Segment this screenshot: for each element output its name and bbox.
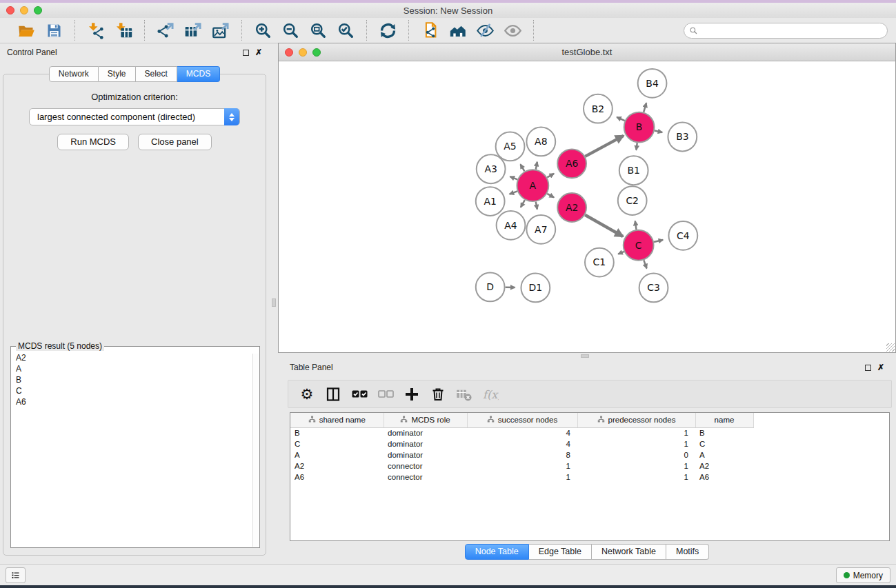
- export-table-icon[interactable]: [179, 20, 207, 41]
- result-item[interactable]: A2: [16, 352, 259, 363]
- tab-network[interactable]: Network: [49, 66, 99, 82]
- edge-C-C2[interactable]: [635, 221, 637, 230]
- table-row[interactable]: Cdominator41C: [290, 438, 753, 449]
- float-panel-icon[interactable]: [243, 50, 249, 56]
- table-row[interactable]: A6connector11A6: [290, 472, 753, 483]
- node-A[interactable]: A: [517, 170, 548, 201]
- tab-edge-table[interactable]: Edge Table: [529, 544, 592, 560]
- table-cell[interactable]: A2: [290, 460, 384, 472]
- node-A6[interactable]: A6: [557, 149, 586, 178]
- node-C1[interactable]: C1: [585, 248, 614, 277]
- result-item[interactable]: C: [16, 385, 259, 396]
- zoom-in-icon[interactable]: [249, 20, 277, 41]
- table-cell[interactable]: dominator: [384, 438, 467, 449]
- tab-select[interactable]: Select: [136, 66, 177, 82]
- save-icon[interactable]: [40, 20, 68, 41]
- export-network-icon[interactable]: [152, 20, 179, 41]
- table-cell[interactable]: 1: [467, 460, 577, 472]
- tab-mcds[interactable]: MCDS: [177, 66, 220, 82]
- node-A5[interactable]: A5: [496, 132, 525, 161]
- window-resize-grip[interactable]: [886, 343, 895, 352]
- table-row[interactable]: A2connector11A2: [290, 460, 753, 472]
- table-cell[interactable]: connector: [384, 472, 467, 483]
- node-A4[interactable]: A4: [497, 211, 526, 240]
- import-network-icon[interactable]: [82, 20, 110, 41]
- node-A2[interactable]: A2: [557, 193, 586, 222]
- table-cell[interactable]: A2: [695, 460, 753, 472]
- node-C2[interactable]: C2: [618, 186, 647, 215]
- settings-gear-icon[interactable]: ⚙: [294, 384, 320, 405]
- node-D[interactable]: D: [476, 273, 505, 302]
- table-cell[interactable]: 1: [577, 427, 695, 438]
- edge-B-B2[interactable]: [617, 117, 625, 121]
- edge-C-C1[interactable]: [618, 252, 624, 254]
- vertical-splitter-grip[interactable]: [272, 298, 276, 307]
- node-C3[interactable]: C3: [639, 274, 668, 303]
- zoom-fit-icon[interactable]: [304, 20, 332, 41]
- node-B1[interactable]: B1: [619, 156, 648, 185]
- edge-A-A7[interactable]: [536, 202, 537, 210]
- column-header-predecessor-nodes[interactable]: predecessor nodes: [577, 413, 695, 427]
- float-table-panel-icon[interactable]: [865, 365, 871, 371]
- column-header-successor-nodes[interactable]: successor nodes: [467, 413, 577, 427]
- table-cell[interactable]: connector: [384, 460, 467, 472]
- select-all-icon[interactable]: [346, 384, 372, 405]
- table-cell[interactable]: A6: [290, 472, 384, 483]
- table-cell[interactable]: 0: [577, 449, 695, 460]
- edge-A-A6[interactable]: [547, 174, 554, 178]
- table-cell[interactable]: 4: [467, 427, 577, 438]
- node-A8[interactable]: A8: [526, 128, 555, 156]
- table-cell[interactable]: 4: [467, 438, 577, 449]
- table-cell[interactable]: 1: [577, 438, 695, 449]
- home-icon[interactable]: [444, 20, 471, 41]
- result-item[interactable]: A6: [16, 396, 259, 407]
- new-session-network-icon[interactable]: [416, 20, 444, 41]
- import-table-icon[interactable]: [110, 20, 137, 41]
- node-B4[interactable]: B4: [638, 69, 667, 98]
- node-D1[interactable]: D1: [521, 274, 550, 303]
- close-panel-icon[interactable]: ✗: [255, 48, 262, 57]
- task-history-button[interactable]: [6, 567, 26, 583]
- table-row[interactable]: Bdominator41B: [290, 427, 753, 438]
- tab-motifs[interactable]: Motifs: [666, 544, 709, 560]
- edge-A-A4[interactable]: [521, 200, 525, 207]
- table-cell[interactable]: B: [290, 427, 384, 438]
- horizontal-splitter-grip[interactable]: [581, 354, 589, 358]
- node-C4[interactable]: C4: [668, 221, 697, 250]
- memory-button[interactable]: Memory: [836, 567, 890, 583]
- hide-eye-icon[interactable]: [471, 20, 499, 41]
- edge-A-A5[interactable]: [520, 164, 524, 171]
- edge-B-B3[interactable]: [655, 131, 662, 132]
- criterion-select[interactable]: largest connected component (directed): [29, 108, 240, 125]
- edge-A2-C[interactable]: [585, 215, 623, 236]
- table-cell[interactable]: 8: [467, 449, 577, 460]
- node-C[interactable]: C: [624, 230, 654, 261]
- table-cell[interactable]: A: [290, 449, 384, 460]
- delete-column-icon[interactable]: [425, 384, 451, 405]
- refresh-icon[interactable]: [374, 20, 401, 41]
- column-header-name[interactable]: name: [695, 413, 753, 427]
- edge-B-B4[interactable]: [644, 103, 646, 112]
- run-mcds-button[interactable]: Run MCDS: [57, 134, 129, 150]
- table-row[interactable]: Adominator80A: [290, 449, 753, 460]
- node-B[interactable]: B: [624, 112, 655, 143]
- table-cell[interactable]: B: [695, 427, 753, 438]
- column-header-MCDS-role[interactable]: MCDS role: [384, 413, 467, 427]
- node-B3[interactable]: B3: [668, 123, 697, 152]
- open-icon[interactable]: [12, 20, 40, 41]
- edge-A-A1[interactable]: [510, 191, 517, 194]
- column-header-shared-name[interactable]: shared name: [290, 413, 384, 427]
- close-table-panel-icon[interactable]: ✗: [877, 363, 884, 372]
- result-scrollbar[interactable]: [252, 354, 259, 547]
- table-cell[interactable]: 1: [467, 472, 577, 483]
- result-item[interactable]: B: [16, 374, 259, 385]
- tab-network-table[interactable]: Network Table: [592, 544, 666, 560]
- zoom-selected-icon[interactable]: [332, 20, 359, 41]
- edge-A6-B[interactable]: [585, 136, 624, 156]
- close-panel-button[interactable]: Close panel: [138, 134, 212, 150]
- table-cell[interactable]: C: [290, 438, 384, 449]
- network-canvas[interactable]: B4B2BB3A5A8A6A3B1AA1C2A2A4A7CC4C1C3DD1: [279, 61, 895, 352]
- table-cell[interactable]: A6: [695, 472, 753, 483]
- search-input[interactable]: [684, 23, 888, 39]
- table-cell[interactable]: dominator: [384, 449, 467, 460]
